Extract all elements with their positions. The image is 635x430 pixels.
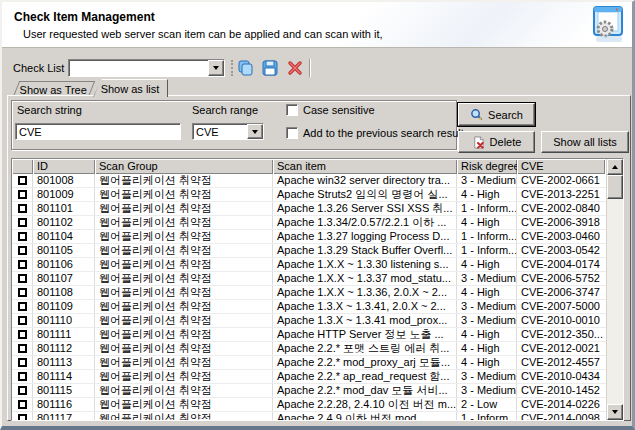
row-checkbox[interactable] [18,330,27,339]
row-cell-group: 웹어플리케이션 취약점 [95,216,273,229]
row-checkbox-cell [12,398,33,411]
row-checkbox[interactable] [18,274,27,283]
add-previous-checkbox[interactable] [286,127,298,139]
row-cell-id: 801106 [33,258,95,271]
row-cell-group: 웹어플리케이션 취약점 [95,244,273,257]
column-header-scan-item[interactable]: Scan item [273,159,457,174]
row-cell-id: 801008 [33,174,95,187]
toolbar-separator [309,59,311,77]
row-cell-item: Apache 1.3.26 Server SSI XSS 취... [273,202,457,215]
row-checkbox[interactable] [18,358,27,367]
row-cell-id: 801105 [33,244,95,257]
toolbar-grip [231,60,234,76]
row-checkbox[interactable] [18,190,27,199]
case-sensitive-option[interactable]: Case sensitive [286,104,375,116]
row-cell-cve: CVE-2006-3918 [517,216,605,229]
check-item-management-window: Check Item Management User requested web… [0,0,635,430]
column-header-id[interactable]: ID [33,159,95,174]
arrow-up-icon [612,165,618,169]
scroll-down-button[interactable] [607,404,623,420]
row-cell-risk: 3 - Medium [457,314,517,327]
scroll-up-button[interactable] [607,159,623,175]
row-cell-item: Apache 2.2.* mod_dav 모듈 서비... [273,384,457,397]
table-row[interactable]: 801106웹어플리케이션 취약점Apache 1.X.X ~ 1.3.30 l… [12,258,606,272]
table-row[interactable]: 801117웹어플리케이션 취약점Apache 2.4.9 이하 버전 mod_… [12,412,606,420]
table-row[interactable]: 801113웹어플리케이션 취약점Apache 2.2.* mod_proxy_… [12,356,606,370]
row-cell-group: 웹어플리케이션 취약점 [95,174,273,187]
row-checkbox[interactable] [18,218,27,227]
table-row[interactable]: 801104웹어플리케이션 취약점Apache 1.3.27 logging P… [12,230,606,244]
row-checkbox[interactable] [18,400,27,409]
table-row[interactable]: 801109웹어플리케이션 취약점Apache 1.3.X ~ 1.3.41, … [12,300,606,314]
row-checkbox[interactable] [18,386,27,395]
column-header-cve[interactable]: CVE [517,159,605,174]
row-checkbox[interactable] [18,372,27,381]
row-checkbox[interactable] [18,302,27,311]
table-row[interactable]: 801110웹어플리케이션 취약점Apache 1.3.X ~ 1.3.41 m… [12,314,606,328]
row-checkbox-cell [12,202,33,215]
row-checkbox[interactable] [18,344,27,353]
tab-show-as-list[interactable]: Show as list [93,79,168,97]
row-cell-risk: 3 - Medium [457,370,517,383]
column-header-checkbox[interactable] [12,159,33,174]
table-row[interactable]: 801008웹어플리케이션 취약점Apache win32 server dir… [12,174,606,188]
table-row[interactable]: 801115웹어플리케이션 취약점Apache 2.2.* mod_dav 모듈… [12,384,606,398]
scrollbar-thumb[interactable] [607,175,623,199]
row-checkbox-cell [12,384,33,397]
table-row[interactable]: 801108웹어플리케이션 취약점Apache 1.X.X ~ 1.3.36, … [12,286,606,300]
save-icon[interactable] [261,59,279,77]
row-cell-group: 웹어플리케이션 취약점 [95,398,273,411]
row-cell-risk: 2 - Low [457,398,517,411]
row-checkbox[interactable] [18,204,27,213]
check-list-dropdown-button[interactable] [208,60,224,76]
tab-list-label: Show as list [101,83,160,95]
row-checkbox-cell [12,356,33,369]
row-cell-id: 801101 [33,202,95,215]
table-row[interactable]: 801105웹어플리케이션 취약점Apache 1.3.29 Stack Buf… [12,244,606,258]
row-checkbox[interactable] [18,246,27,255]
search-icon [470,108,483,121]
row-cell-cve: CVE-2010-1452 [517,384,605,397]
search-button[interactable]: Search [458,103,535,126]
row-cell-item: Apache 1.X.X ~ 1.3.37 mod_statu... [273,272,457,285]
row-checkbox[interactable] [18,260,27,269]
table-row[interactable]: 801116웹어플리케이션 취약점Apache 2.2.28, 2.4.10 이… [12,398,606,412]
table-row[interactable]: 801107웹어플리케이션 취약점Apache 1.X.X ~ 1.3.37 m… [12,272,606,286]
check-list-combobox[interactable] [68,59,225,77]
row-checkbox[interactable] [18,232,27,241]
row-checkbox[interactable] [18,316,27,325]
add-previous-option[interactable]: Add to the previous search result [286,127,464,139]
row-cell-cve: CVE-2002-0661 [517,174,605,187]
row-checkbox-cell [12,286,33,299]
column-header-scan-group[interactable]: Scan Group [95,159,273,174]
case-sensitive-checkbox[interactable] [286,104,298,116]
row-cell-id: 801111 [33,328,95,341]
show-all-lists-button[interactable]: Show all lists [541,131,629,153]
row-checkbox-cell [12,300,33,313]
row-cell-cve: CVE-2003-0460 [517,230,605,243]
row-cell-cve: CVE-2014-0226 [517,398,605,411]
table-row[interactable]: 801101웹어플리케이션 취약점Apache 1.3.26 Server SS… [12,202,606,216]
copy-icon[interactable] [236,59,254,77]
row-cell-item: Apache 1.X.X ~ 1.3.36, 2.0.X ~ 2... [273,286,457,299]
delete-button[interactable]: Delete [458,131,535,153]
row-cell-group: 웹어플리케이션 취약점 [95,356,273,369]
search-range-combobox[interactable]: CVE [192,123,264,140]
delete-icon[interactable] [286,59,304,77]
table-row[interactable]: 801102웹어플리케이션 취약점Apache 1.3.34/2.0.57/2.… [12,216,606,230]
table-row[interactable]: 801111웹어플리케이션 취약점Apache HTTP Server 정보 노… [12,328,606,342]
row-cell-risk: 4 - High [457,286,517,299]
row-checkbox[interactable] [18,414,27,420]
table-row[interactable]: 801112웹어플리케이션 취약점Apache 2.2.* 포맷 스트링 에러 … [12,342,606,356]
table-row[interactable]: 801114웹어플리케이션 취약점Apache 2.2.* ap_read_re… [12,370,606,384]
search-range-dropdown-button[interactable] [247,124,263,139]
column-header-risk-degree[interactable]: Risk degree [457,159,517,174]
search-string-input[interactable] [15,123,181,140]
row-checkbox-cell [12,230,33,243]
vertical-scrollbar[interactable] [606,159,623,420]
row-checkbox[interactable] [18,176,27,185]
table-row[interactable]: 801009웹어플리케이션 취약점Apache Struts2 임의의 명령어 … [12,188,606,202]
row-checkbox[interactable] [18,288,27,297]
scrollbar-track[interactable] [607,199,623,404]
row-cell-risk: 4 - High [457,328,517,341]
